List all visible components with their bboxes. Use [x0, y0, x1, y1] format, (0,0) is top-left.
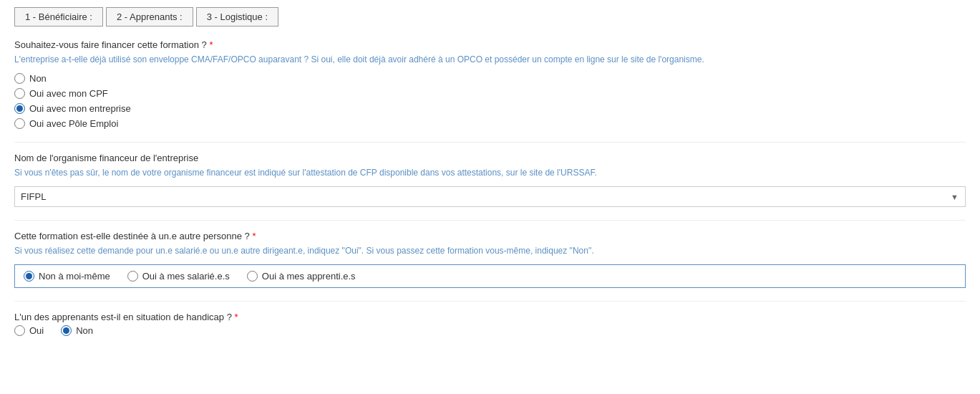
- autre-personne-question: Cette formation est-elle destinée à un.e…: [14, 231, 966, 241]
- financement-label-fin_non: Non: [29, 73, 47, 84]
- financement-label-fin_oui_pole: Oui avec Pôle Emploi: [29, 118, 118, 129]
- autre-personne-option-ap_oui_apprenti[interactable]: Oui à mes apprenti.e.s: [247, 271, 356, 282]
- organisme-section: Nom de l'organisme financeur de l'entrep…: [14, 153, 966, 207]
- autre-personne-option-ap_non_moi[interactable]: Non à moi-même: [24, 271, 110, 282]
- handicap-option-handi_oui[interactable]: Oui: [14, 325, 44, 336]
- handicap-option-handi_non[interactable]: Non: [61, 325, 93, 336]
- financement-option-fin_oui_entreprise[interactable]: Oui avec mon entreprise: [14, 103, 966, 114]
- tab-tab2[interactable]: 2 - Apprenants :: [106, 7, 193, 27]
- divider-2: [14, 220, 966, 221]
- handicap-label-handi_non: Non: [76, 325, 93, 336]
- financement-radio-fin_oui_cpf[interactable]: [14, 88, 25, 99]
- handicap-label-handi_oui: Oui: [29, 325, 44, 336]
- financement-option-fin_oui_pole[interactable]: Oui avec Pôle Emploi: [14, 118, 966, 129]
- handicap-question: L'un des apprenants est-il en situation …: [14, 312, 966, 322]
- autre-personne-label-ap_oui_salarie: Oui à mes salarié.e.s: [142, 271, 230, 282]
- tab-tab3[interactable]: 3 - Logistique :: [196, 7, 278, 27]
- financement-radio-group: NonOui avec mon CPFOui avec mon entrepri…: [14, 73, 966, 129]
- handicap-section: L'un des apprenants est-il en situation …: [14, 312, 966, 336]
- handicap-radio-group: OuiNon: [14, 325, 966, 336]
- autre-personne-section: Cette formation est-elle destinée à un.e…: [14, 231, 966, 288]
- autre-personne-option-ap_oui_salarie[interactable]: Oui à mes salarié.e.s: [127, 271, 230, 282]
- tab-bar: 1 - Bénéficiaire :2 - Apprenants :3 - Lo…: [14, 7, 966, 27]
- organisme-select-wrapper: FIFPLAGEFICEFAFCEACONSTRUCTYSOPCO EPOPCO…: [14, 186, 966, 207]
- financement-option-fin_non[interactable]: Non: [14, 73, 966, 84]
- financement-label-fin_oui_cpf: Oui avec mon CPF: [29, 88, 108, 99]
- autre-personne-label-ap_oui_apprenti: Oui à mes apprenti.e.s: [262, 271, 356, 282]
- financement-option-fin_oui_cpf[interactable]: Oui avec mon CPF: [14, 88, 966, 99]
- tab-tab1[interactable]: 1 - Bénéficiaire :: [14, 7, 103, 27]
- financement-radio-fin_non[interactable]: [14, 73, 25, 84]
- handicap-radio-handi_oui[interactable]: [14, 325, 25, 336]
- autre-personne-info: Si vous réalisez cette demande pour un.e…: [14, 244, 966, 257]
- organisme-select[interactable]: FIFPLAGEFICEFAFCEACONSTRUCTYSOPCO EPOPCO…: [14, 186, 966, 207]
- divider-3: [14, 301, 966, 302]
- divider-1: [14, 142, 966, 143]
- financement-question: Souhaitez-vous faire financer cette form…: [14, 39, 966, 50]
- autre-personne-radio-ap_oui_salarie[interactable]: [127, 271, 138, 282]
- organisme-label: Nom de l'organisme financeur de l'entrep…: [14, 153, 966, 163]
- financement-label-fin_oui_entreprise: Oui avec mon entreprise: [29, 103, 131, 114]
- financement-radio-fin_oui_pole[interactable]: [14, 118, 25, 129]
- handicap-radio-handi_non[interactable]: [61, 325, 72, 336]
- autre-personne-radio-group: Non à moi-mêmeOui à mes salarié.e.sOui à…: [14, 264, 966, 288]
- financement-radio-fin_oui_entreprise[interactable]: [14, 103, 25, 114]
- autre-personne-radio-ap_oui_apprenti[interactable]: [247, 271, 258, 282]
- autre-personne-label-ap_non_moi: Non à moi-même: [39, 271, 110, 282]
- financement-section: Souhaitez-vous faire financer cette form…: [14, 39, 966, 129]
- financement-info: L'entreprise a-t-elle déjà utilisé son e…: [14, 53, 966, 66]
- autre-personne-radio-ap_non_moi[interactable]: [24, 271, 34, 282]
- organisme-info: Si vous n'êtes pas sûr, le nom de votre …: [14, 166, 966, 179]
